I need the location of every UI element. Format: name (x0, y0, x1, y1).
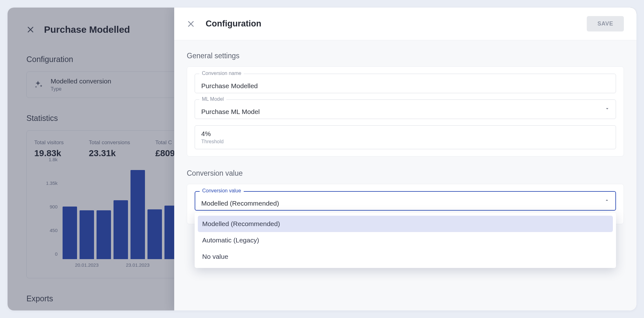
caret-down-icon (604, 106, 610, 113)
configuration-drawer: Configuration SAVE General settings Conv… (174, 8, 636, 310)
field-value: Purchase Modelled (201, 82, 609, 90)
save-button[interactable]: SAVE (587, 16, 624, 31)
conversion-value-select[interactable]: Conversion value Modelled (Recommended) (195, 191, 616, 211)
dropdown-option[interactable]: No value (198, 248, 613, 265)
field-label: Conversion value (200, 188, 244, 194)
field-value: Modelled (Recommended) (201, 200, 609, 207)
threshold-value: 4% (201, 130, 609, 138)
dropdown-menu: Modelled (Recommended)Automatic (Legacy)… (195, 213, 616, 268)
drawer-header: Configuration SAVE (174, 8, 636, 40)
app-window: Purchase Modelled Configuration Modelled… (8, 8, 636, 310)
drawer-title: Configuration (206, 19, 576, 29)
conversion-name-field[interactable]: Conversion name Purchase Modelled (195, 74, 616, 93)
caret-up-icon (604, 197, 610, 204)
field-label: ML Model (199, 96, 226, 102)
field-value: Purchase ML Model (201, 108, 609, 116)
field-label: Conversion name (199, 71, 244, 76)
threshold-label: Threshold (201, 139, 609, 145)
conversion-value-card: Conversion value Modelled (Recommended) … (187, 184, 624, 224)
ml-model-select[interactable]: ML Model Purchase ML Model (195, 99, 616, 119)
general-settings-card: Conversion name Purchase Modelled ML Mod… (187, 66, 624, 156)
threshold-field[interactable]: 4% Threshold (195, 125, 616, 149)
conversion-value-dropdown: Conversion value Modelled (Recommended) … (195, 191, 616, 211)
dropdown-option[interactable]: Automatic (Legacy) (198, 232, 613, 248)
dropdown-option[interactable]: Modelled (Recommended) (198, 216, 613, 232)
section-title-conversion-value: Conversion value (187, 169, 624, 178)
close-drawer-button[interactable] (187, 20, 195, 28)
section-title-general: General settings (187, 52, 624, 60)
drawer-body: General settings Conversion name Purchas… (174, 40, 636, 310)
